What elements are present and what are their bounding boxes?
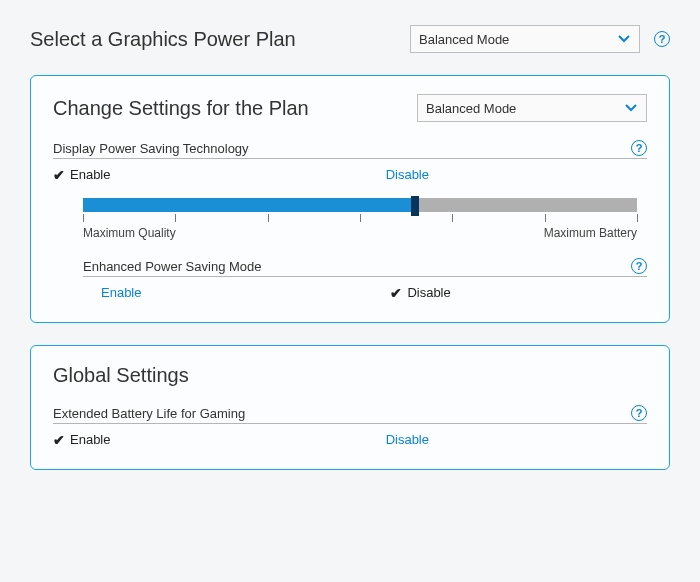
plan-mode-select-value: Balanced Mode xyxy=(426,101,516,116)
plan-settings-title: Change Settings for the Plan xyxy=(53,97,417,120)
help-icon[interactable]: ? xyxy=(654,31,670,47)
dpst-enable-label: Enable xyxy=(70,167,110,182)
plan-mode-select[interactable]: Balanced Mode xyxy=(417,94,647,122)
eblg-enable-option[interactable]: ✔ Enable xyxy=(53,432,386,447)
epsm-enable-option[interactable]: Enable xyxy=(101,285,390,300)
dpst-slider[interactable] xyxy=(83,198,637,212)
epsm-enable-label: Enable xyxy=(101,285,141,300)
dpst-slider-ticks xyxy=(83,214,637,224)
dpst-disable-label: Disable xyxy=(386,167,429,182)
plan-settings-panel: Change Settings for the Plan Balanced Mo… xyxy=(30,75,670,323)
check-icon: ✔ xyxy=(53,168,67,182)
dpst-enable-option[interactable]: ✔ Enable xyxy=(53,167,386,182)
global-settings-panel: Global Settings Extended Battery Life fo… xyxy=(30,345,670,470)
eblg-disable-label: Disable xyxy=(386,432,429,447)
power-plan-select-value: Balanced Mode xyxy=(419,32,509,47)
dpst-label: Display Power Saving Technology xyxy=(53,141,631,156)
help-icon[interactable]: ? xyxy=(631,405,647,421)
eblg-label: Extended Battery Life for Gaming xyxy=(53,406,631,421)
help-icon[interactable]: ? xyxy=(631,258,647,274)
chevron-down-icon xyxy=(617,32,631,46)
check-icon: ✔ xyxy=(390,286,404,300)
check-icon: ✔ xyxy=(53,433,67,447)
dpst-slider-fill xyxy=(83,198,415,212)
epsm-disable-label: Disable xyxy=(407,285,450,300)
slider-right-label: Maximum Battery xyxy=(544,226,637,240)
help-icon[interactable]: ? xyxy=(631,140,647,156)
page-title: Select a Graphics Power Plan xyxy=(30,28,410,51)
power-plan-select[interactable]: Balanced Mode xyxy=(410,25,640,53)
dpst-slider-thumb[interactable] xyxy=(411,196,419,216)
epsm-disable-option[interactable]: ✔ Disable xyxy=(390,285,450,300)
eblg-enable-label: Enable xyxy=(70,432,110,447)
epsm-label: Enhanced Power Saving Mode xyxy=(83,259,631,274)
dpst-disable-option[interactable]: Disable xyxy=(386,167,429,182)
eblg-disable-option[interactable]: Disable xyxy=(386,432,429,447)
global-settings-title: Global Settings xyxy=(53,364,647,387)
chevron-down-icon xyxy=(624,101,638,115)
slider-left-label: Maximum Quality xyxy=(83,226,176,240)
